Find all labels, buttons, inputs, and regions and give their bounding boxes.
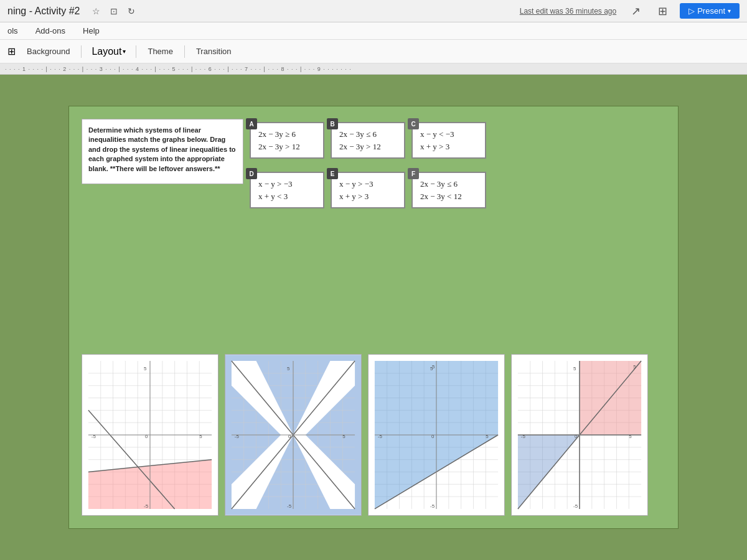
graph4-right-label: 5 — [629, 434, 632, 439]
graph4-origin: 0 — [575, 434, 578, 439]
graph3-5-label: 5 — [432, 364, 435, 370]
menu-item-addons[interactable]: Add-ons — [33, 25, 68, 37]
graph-box-3[interactable]: 5 -5 -5 5 0 5 — [368, 354, 505, 516]
transition-button[interactable]: Transition — [190, 44, 238, 59]
slide: Determine which systems of linear inequa… — [68, 106, 679, 529]
toolbar-separator-2 — [136, 45, 136, 58]
instructions-box: Determine which systems of linear inequa… — [82, 119, 243, 184]
card-label-f: F — [408, 168, 419, 179]
card-label-c: C — [408, 118, 419, 129]
graph2-origin: 0 — [288, 434, 291, 439]
graph2-right-label: 5 — [342, 434, 345, 439]
graph2-bottom-label: -5 — [287, 503, 292, 509]
grid-icon[interactable]: ⊞ — [658, 4, 667, 18]
present-dropdown-arrow[interactable]: ▾ — [728, 7, 731, 14]
answer-card-a[interactable]: A 2x − 3y ≥ 6 2x − 3y > 12 — [250, 122, 324, 159]
main-area: Determine which systems of linear inequa… — [0, 75, 747, 560]
answer-card-f[interactable]: F 2x − 3y ≤ 6 2x − 3y < 12 — [411, 172, 486, 208]
graph-area: 5 -5 -5 5 0 — [82, 354, 667, 516]
answer-cards-row2: D x − y > −3 x + y < 3 E x − y > −3 x + … — [250, 172, 486, 208]
graph-svg-4: 5 -5 -5 5 0 5 — [512, 355, 647, 515]
present-button[interactable]: ▷ Present ▾ — [680, 3, 740, 19]
card-f-math: 2x − 3y ≤ 6 2x − 3y < 12 — [420, 178, 477, 202]
card-b-math: 2x − 3y ≤ 6 2x − 3y > 12 — [339, 128, 397, 152]
card-label-d: D — [246, 168, 257, 179]
card-label-e: E — [327, 168, 338, 179]
save-to-drive-icon[interactable]: ⊡ — [108, 5, 120, 17]
graph3-bottom-label: -5 — [430, 503, 435, 509]
graph-box-4[interactable]: 5 -5 -5 5 0 5 — [511, 354, 648, 516]
graph-box-1[interactable]: 5 -5 -5 5 0 — [82, 354, 218, 516]
present-icon: ▷ — [688, 6, 695, 16]
page-title: ning - Activity #2 — [7, 6, 80, 17]
graph-svg-2: 5 -5 -5 5 0 — [225, 355, 361, 515]
answer-card-c[interactable]: C x − y < −3 x + y > 3 — [411, 122, 486, 159]
graph2-top-label: 5 — [287, 366, 290, 371]
layout-dropdown-arrow: ▾ — [123, 48, 126, 55]
graph1-bottom-label: -5 — [144, 503, 149, 509]
ruler: · · · · 1 · · · · | · · · 2 · · · | · · … — [0, 63, 747, 75]
graph-svg-3: 5 -5 -5 5 0 5 — [369, 355, 504, 515]
graph3-left-label: -5 — [378, 434, 383, 439]
top-bar: ning - Activity #2 ☆ ⊡ ↻ Last edit was 3… — [0, 0, 747, 22]
top-bar-icons: ☆ ⊡ ↻ — [90, 5, 138, 17]
answer-card-b[interactable]: B 2x − 3y ≤ 6 2x − 3y > 12 — [331, 122, 405, 159]
theme-button[interactable]: Theme — [141, 44, 179, 59]
graph3-origin: 0 — [431, 434, 435, 439]
graph1-left-label: -5 — [92, 434, 96, 439]
card-d-math: x − y > −3 x + y < 3 — [258, 178, 316, 202]
toolbar-separator-3 — [184, 45, 185, 58]
sync-icon[interactable]: ↻ — [125, 5, 138, 17]
graph4-bottom-label: -5 — [573, 503, 578, 509]
toolbar: ⊞ Background Layout ▾ Theme Transition — [0, 40, 747, 63]
plus-icon[interactable]: ⊞ — [7, 45, 16, 57]
answer-cards-row1: A 2x − 3y ≥ 6 2x − 3y > 12 B 2x − 3y ≤ 6… — [250, 122, 486, 159]
graph1-top-label: 5 — [144, 366, 147, 371]
graph4-5-topleft: 5 — [633, 364, 636, 370]
instructions-title: Determine which systems of linear inequa… — [88, 126, 237, 174]
menu-item-ols[interactable]: ols — [5, 25, 21, 37]
menu-item-help[interactable]: Help — [80, 25, 102, 37]
last-edit-text: Last edit was 36 minutes ago — [520, 7, 616, 16]
graph-svg-1: 5 -5 -5 5 0 — [82, 355, 218, 515]
answer-card-e[interactable]: E x − y > −3 x + y > 3 — [331, 172, 405, 208]
graph-box-2[interactable]: 5 -5 -5 5 0 — [225, 354, 362, 516]
card-e-math: x − y > −3 x + y > 3 — [339, 178, 397, 202]
graph3-right-label: 5 — [486, 434, 489, 439]
card-a-math: 2x − 3y ≥ 6 2x − 3y > 12 — [258, 128, 316, 152]
ruler-content: · · · · 1 · · · · | · · · 2 · · · | · · … — [5, 66, 742, 72]
graph2-left-label: -5 — [235, 434, 240, 439]
graph4-left-label: -5 — [521, 434, 526, 439]
layout-dropdown[interactable]: Layout ▾ — [87, 43, 131, 60]
background-button[interactable]: Background — [21, 44, 76, 59]
card-label-a: A — [246, 118, 257, 129]
card-c-math: x − y < −3 x + y > 3 — [420, 128, 477, 152]
toolbar-separator-1 — [81, 45, 82, 58]
menu-bar: ols Add-ons Help — [0, 22, 747, 40]
graph1-right-label: 5 — [199, 434, 202, 439]
graph4-top-label: 5 — [573, 366, 576, 371]
expand-icon[interactable]: ↗ — [631, 4, 641, 18]
card-label-b: B — [327, 118, 338, 129]
star-icon[interactable]: ☆ — [90, 5, 103, 17]
graph1-origin: 0 — [145, 434, 148, 439]
answer-card-d[interactable]: D x − y > −3 x + y < 3 — [250, 172, 324, 208]
